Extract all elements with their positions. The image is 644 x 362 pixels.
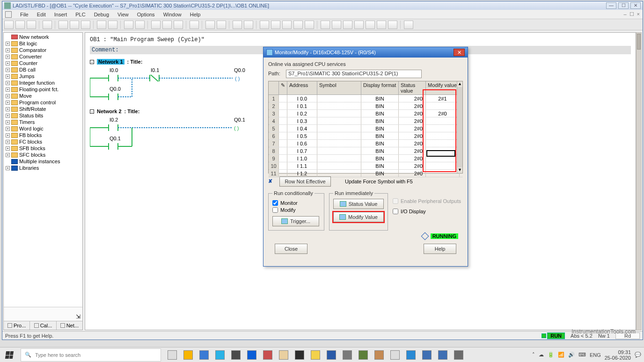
- scroll-down-icon[interactable]: ▼: [457, 167, 462, 173]
- tab-call[interactable]: Cal...: [30, 321, 56, 330]
- table-row[interactable]: 7I 0.6BIN2#0: [269, 140, 462, 147]
- tree-item-shift-rotate[interactable]: +Shift/Rotate: [6, 106, 81, 112]
- toolbar-ref-icon[interactable]: [233, 21, 242, 29]
- variable-table[interactable]: ✎ Address Symbol Display format Status v…: [268, 81, 463, 174]
- cell-symbol[interactable]: [317, 117, 361, 124]
- col-format[interactable]: Display format: [361, 81, 399, 94]
- collapse-icon[interactable]: -: [90, 60, 94, 64]
- app-menu-icon[interactable]: [5, 11, 12, 18]
- editor-vertical-scrollbar[interactable]: [636, 32, 642, 330]
- tray-keyboard-icon[interactable]: ⌨: [578, 352, 586, 358]
- app-icon-1[interactable]: [182, 348, 195, 362]
- menu-plc[interactable]: PLC: [75, 12, 85, 17]
- menu-file[interactable]: File: [20, 12, 29, 17]
- chevron-icon[interactable]: ⇲: [76, 313, 80, 320]
- table-row[interactable]: 6I 0.5BIN2#0: [269, 132, 462, 140]
- tree-item-word-logic[interactable]: +Word logic: [6, 125, 81, 132]
- menu-debug[interactable]: Debug: [94, 12, 109, 17]
- app-icon-5[interactable]: [373, 348, 386, 362]
- toolbar-catalog-icon[interactable]: [190, 21, 199, 29]
- taskbar-search[interactable]: 🔍 Type here to search: [21, 348, 161, 362]
- cell-modify-value[interactable]: [426, 125, 460, 132]
- toolbar-contact-nc-icon[interactable]: [332, 21, 341, 29]
- collapse-icon[interactable]: -: [90, 109, 94, 114]
- toolbar-view2-icon[interactable]: [162, 21, 172, 29]
- cell-format[interactable]: BIN: [361, 155, 399, 162]
- tree-item-sfc-blocks[interactable]: +SFC blocks: [6, 152, 81, 158]
- close-button[interactable]: Close: [275, 244, 307, 254]
- cell-symbol[interactable]: [317, 95, 361, 102]
- toolbar-branch-open-icon[interactable]: [366, 21, 375, 29]
- app-icon-8[interactable]: [436, 348, 449, 362]
- menu-options[interactable]: Options: [137, 12, 155, 17]
- toolbar-paste-icon[interactable]: [81, 21, 90, 29]
- minimize-button[interactable]: —: [606, 2, 616, 9]
- modify-checkbox[interactable]: Modify: [272, 207, 320, 213]
- menu-window[interactable]: Window: [163, 12, 182, 17]
- tree-item-float[interactable]: +Floating-point fct.: [6, 86, 81, 93]
- tree-item-sfb-blocks[interactable]: +SFB blocks: [6, 145, 81, 152]
- mdi-close-icon[interactable]: ×: [637, 11, 640, 17]
- toolbar-redo-icon[interactable]: [108, 21, 117, 29]
- trigger-button[interactable]: Trigger...: [272, 216, 319, 226]
- tree-item-new-network[interactable]: New network: [6, 34, 81, 40]
- monitor-checkbox[interactable]: Monitor: [272, 200, 320, 206]
- toolbar-undo-icon[interactable]: [97, 21, 106, 29]
- cell-modify-value[interactable]: [426, 117, 460, 124]
- cell-address[interactable]: I 0.4: [287, 125, 317, 132]
- tree-item-libraries[interactable]: +Libraries: [6, 165, 81, 171]
- toolbar-save-icon[interactable]: [27, 21, 36, 29]
- toolbar-new-icon[interactable]: [4, 21, 14, 29]
- chrome-icon[interactable]: [309, 348, 322, 362]
- toolbar-conn-icon[interactable]: [388, 21, 397, 29]
- tree-item-program-control[interactable]: +Program control: [6, 99, 81, 106]
- tree-item-move[interactable]: +Move: [6, 93, 81, 99]
- dialog-close-button[interactable]: ✕: [454, 49, 465, 56]
- monitor-checkbox-input[interactable]: [272, 200, 278, 206]
- selected-cell[interactable]: [426, 150, 455, 157]
- toolbar-el3-icon[interactable]: [282, 21, 292, 29]
- toolbar-branch-close-icon[interactable]: [377, 21, 386, 29]
- toolbar-cut-icon[interactable]: [59, 21, 68, 29]
- cell-modify-value[interactable]: [426, 170, 460, 177]
- col-modify-value[interactable]: Modify value: [426, 81, 460, 94]
- cell-symbol[interactable]: [317, 140, 361, 147]
- cell-format[interactable]: BIN: [361, 147, 399, 154]
- cell-symbol[interactable]: [317, 110, 361, 117]
- toolbar-tile-icon[interactable]: [244, 21, 253, 29]
- app-icon-4[interactable]: [357, 348, 370, 362]
- maximize-button[interactable]: ☐: [618, 2, 629, 9]
- tree-item-fc-blocks[interactable]: +FC blocks: [6, 138, 81, 145]
- tree-item-jumps[interactable]: +Jumps: [6, 73, 81, 80]
- toolbar-el4-icon[interactable]: [293, 21, 303, 29]
- cell-format[interactable]: BIN: [361, 102, 399, 109]
- io-display-input[interactable]: [393, 209, 398, 214]
- toolbar-el1-icon[interactable]: [260, 21, 269, 29]
- cell-modify-value[interactable]: 2#0: [426, 110, 460, 117]
- app-icon-6[interactable]: [388, 348, 402, 362]
- tray-lang[interactable]: ENG: [590, 352, 601, 358]
- paint-icon[interactable]: [277, 348, 290, 362]
- cell-address[interactable]: I 0.5: [287, 132, 317, 139]
- tree-item-converter[interactable]: +Converter: [6, 53, 81, 60]
- cell-address[interactable]: I 0.2: [287, 110, 317, 117]
- col-address[interactable]: Address: [287, 81, 317, 94]
- col-rownum[interactable]: [269, 81, 279, 94]
- toolbar-el5-icon[interactable]: [305, 21, 314, 29]
- col-icon[interactable]: ✎: [279, 81, 287, 94]
- toolbar-monitor-icon[interactable]: [135, 21, 145, 29]
- cell-format[interactable]: BIN: [361, 140, 399, 147]
- table-row[interactable]: 4I 0.3BIN2#0: [269, 117, 462, 125]
- mail-icon[interactable]: [245, 348, 258, 362]
- toolbar-window1-icon[interactable]: [205, 21, 215, 29]
- tray-wifi-icon[interactable]: 📶: [558, 352, 564, 358]
- table-row[interactable]: 10I 1.1BIN2#0: [269, 162, 462, 170]
- cell-modify-value[interactable]: 2#1: [426, 95, 460, 102]
- toolbar-contact-no-icon[interactable]: [321, 21, 330, 29]
- store-icon[interactable]: [229, 348, 242, 362]
- toolbar-el2-icon[interactable]: [271, 21, 280, 29]
- simatic-icon[interactable]: [341, 348, 354, 362]
- toolbar-coil-icon[interactable]: [343, 21, 352, 29]
- tree-item-db-call[interactable]: +DB call: [6, 66, 81, 73]
- toolbar-view1-icon[interactable]: [151, 21, 161, 29]
